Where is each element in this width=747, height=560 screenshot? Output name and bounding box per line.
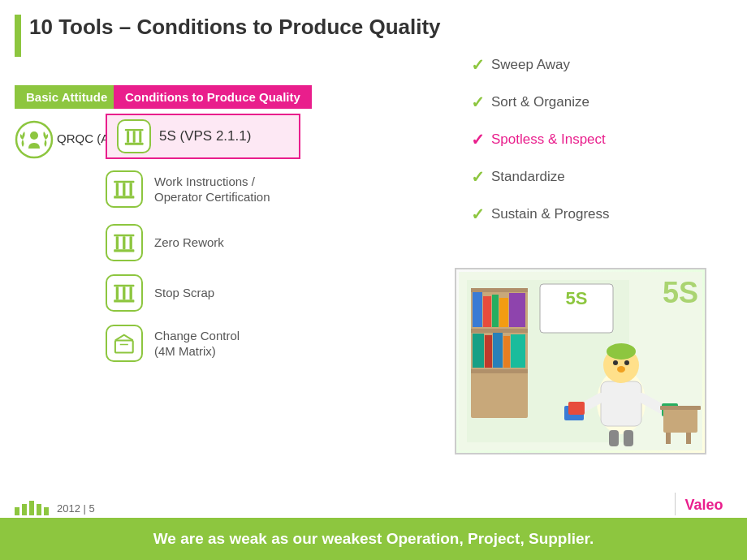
svg-rect-33 <box>499 298 508 327</box>
check-item-0: ✓ Sweep Away <box>471 55 610 75</box>
tool-icon-2 <box>106 274 143 312</box>
svg-rect-29 <box>471 369 528 373</box>
svg-rect-54 <box>609 430 619 446</box>
svg-rect-27 <box>471 288 528 292</box>
accent-bar <box>15 15 21 57</box>
fivs-label: 5S (VPS 2.1.1) <box>159 128 251 144</box>
check-item-4: ✓ Sustain & Progress <box>471 205 610 224</box>
svg-rect-15 <box>123 236 125 249</box>
valeo-divider <box>675 493 676 515</box>
svg-rect-10 <box>123 183 125 196</box>
bottom-text: We are as weak as our weakest Operation,… <box>153 530 594 548</box>
svg-rect-22 <box>115 341 133 353</box>
bar-5 <box>44 507 49 515</box>
svg-rect-7 <box>114 196 134 198</box>
svg-rect-16 <box>130 236 132 249</box>
svg-rect-56 <box>663 408 697 433</box>
check-icon-0: ✓ <box>471 55 485 75</box>
check-icon-3: ✓ <box>471 167 485 187</box>
svg-rect-3 <box>125 129 144 131</box>
check-item-3: ✓ Standardize <box>471 167 610 187</box>
check-label-2: Spotless & Inspect <box>491 131 606 148</box>
svg-rect-9 <box>116 183 119 196</box>
bar-3 <box>29 501 34 515</box>
tool-icon-1 <box>106 224 143 261</box>
svg-text:Valeo: Valeo <box>685 497 723 513</box>
svg-rect-8 <box>114 181 134 183</box>
svg-text:5S: 5S <box>566 288 588 308</box>
illustration: 5S 5S <box>455 268 706 454</box>
tool-icon-0 <box>106 170 143 208</box>
check-icon-1: ✓ <box>471 93 485 112</box>
svg-point-1 <box>30 131 38 140</box>
check-icon-4: ✓ <box>471 205 485 224</box>
svg-rect-52 <box>568 402 585 415</box>
svg-rect-20 <box>123 286 125 299</box>
tool-item-1: Zero Rework <box>106 224 224 261</box>
svg-point-45 <box>607 343 636 360</box>
check-label-0: Sweep Away <box>491 57 570 73</box>
svg-rect-30 <box>473 292 482 327</box>
svg-rect-58 <box>666 433 671 444</box>
bar-4 <box>37 504 41 515</box>
qrqc-icon <box>15 120 54 159</box>
tool-label-2: Stop Scrap <box>154 285 214 301</box>
svg-rect-57 <box>660 406 701 410</box>
bottom-bar: We are as weak as our weakest Operation,… <box>0 518 747 560</box>
svg-rect-14 <box>116 236 119 249</box>
svg-rect-36 <box>485 335 492 368</box>
svg-rect-11 <box>130 183 132 196</box>
svg-rect-39 <box>511 334 525 368</box>
svg-rect-35 <box>473 334 484 368</box>
tool-item-2: Stop Scrap <box>106 274 214 312</box>
tool-label-1: Zero Rework <box>154 235 224 251</box>
svg-rect-43 <box>601 381 641 426</box>
footer: 2012 | 5 <box>15 501 95 515</box>
svg-rect-5 <box>132 131 135 142</box>
svg-rect-18 <box>114 285 134 287</box>
svg-rect-28 <box>471 329 528 333</box>
valeo-brand-icon: Valeo <box>684 493 732 515</box>
svg-rect-17 <box>114 299 134 302</box>
header-basic: Basic Attitude <box>15 85 119 109</box>
svg-point-47 <box>624 360 629 365</box>
svg-rect-32 <box>492 295 499 327</box>
fivs-box: 5S (VPS 2.1.1) <box>106 114 300 159</box>
check-label-4: Sustain & Progress <box>491 206 610 222</box>
right-column: ✓ Sweep Away ✓ Sort & Organize ✓ Spotles… <box>471 55 610 242</box>
svg-rect-37 <box>493 333 503 368</box>
svg-rect-4 <box>127 131 129 142</box>
svg-rect-34 <box>509 293 525 327</box>
tool-item-3: Change Control(4M Matrix) <box>106 325 240 362</box>
svg-rect-19 <box>116 286 119 299</box>
svg-rect-13 <box>114 235 134 237</box>
footer-bars-icon <box>15 501 49 515</box>
tool-item-0: Work Instructions /Operator Certificatio… <box>106 170 270 208</box>
svg-rect-2 <box>125 143 144 145</box>
tool-icon-3 <box>106 325 143 362</box>
tool-label-3: Change Control(4M Matrix) <box>154 328 240 360</box>
header-conditions: Conditions to Produce Quality <box>114 85 312 109</box>
svg-rect-21 <box>130 286 132 299</box>
check-item-1: ✓ Sort & Organize <box>471 93 610 112</box>
tool-label-0: Work Instructions /Operator Certificatio… <box>154 174 270 205</box>
svg-point-48 <box>617 366 625 373</box>
svg-rect-55 <box>624 430 633 446</box>
check-icon-2: ✓ <box>471 130 485 149</box>
footer-year: 2012 | 5 <box>57 502 95 515</box>
check-item-2: ✓ Spotless & Inspect <box>471 130 610 149</box>
fivs-icon <box>117 119 151 153</box>
illustration-badge: 5S <box>663 276 698 310</box>
bar-2 <box>22 504 27 515</box>
svg-rect-12 <box>114 249 134 252</box>
valeo-logo: Valeo <box>675 493 732 515</box>
svg-point-46 <box>613 360 618 365</box>
check-label-3: Standardize <box>491 169 565 185</box>
svg-rect-38 <box>503 336 510 368</box>
check-label-1: Sort & Organize <box>491 94 589 110</box>
svg-rect-6 <box>139 131 141 142</box>
bar-1 <box>15 507 19 515</box>
page-title: 10 Tools – Conditions to Produce Quality <box>29 15 441 40</box>
svg-rect-59 <box>686 433 691 444</box>
svg-rect-31 <box>483 296 491 327</box>
